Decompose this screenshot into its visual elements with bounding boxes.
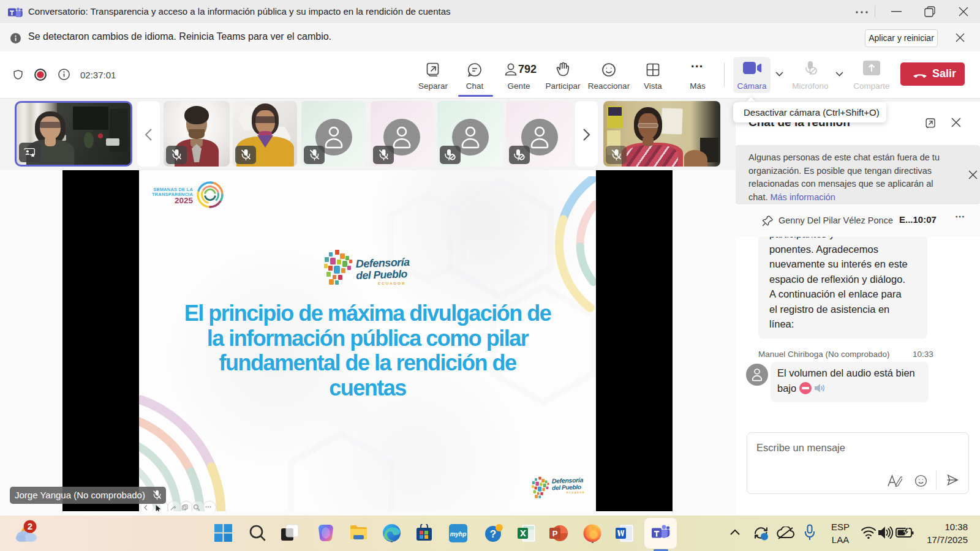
svg-text:2: 2 xyxy=(28,521,32,531)
svg-text:P: P xyxy=(552,529,558,538)
svg-text:?: ? xyxy=(490,528,496,540)
svg-text:myhp: myhp xyxy=(450,531,467,538)
